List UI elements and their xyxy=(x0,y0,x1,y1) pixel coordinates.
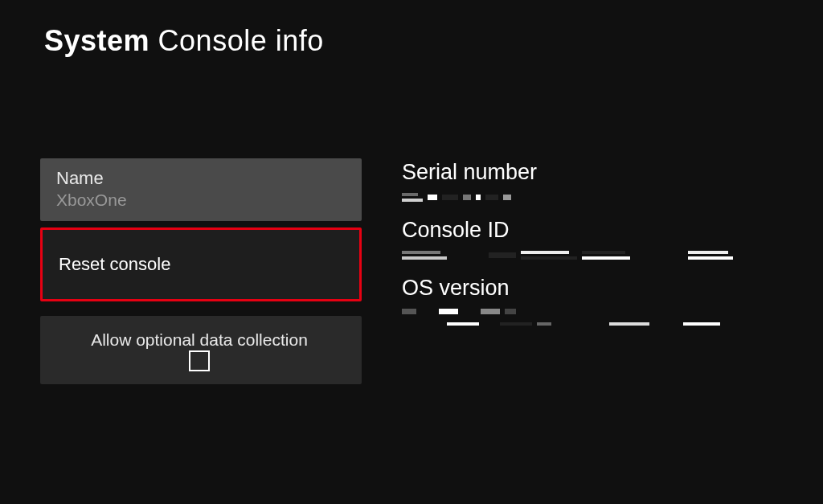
os-version-label: OS version xyxy=(402,276,783,301)
optional-data-tile[interactable]: Allow optional data collection xyxy=(40,316,362,384)
console-id-label: Console ID xyxy=(402,218,783,243)
console-id-block: Console ID xyxy=(402,218,783,264)
breadcrumb-section: System xyxy=(44,24,149,57)
reset-console-tile[interactable]: Reset console xyxy=(40,227,362,301)
breadcrumb-page: Console info xyxy=(158,24,324,57)
console-id-value xyxy=(402,251,783,260)
console-name-value: XboxOne xyxy=(56,191,346,210)
content-area: Name XboxOne Reset console Allow optiona… xyxy=(0,58,823,384)
serial-number-value xyxy=(402,193,783,202)
console-name-tile[interactable]: Name XboxOne xyxy=(40,158,362,221)
optional-data-label: Allow optional data collection xyxy=(91,329,308,350)
page-header: System Console info xyxy=(0,0,823,58)
info-readouts: Serial number Console ID xyxy=(402,158,783,384)
os-version-value xyxy=(402,309,783,326)
console-name-label: Name xyxy=(56,168,346,189)
serial-number-label: Serial number xyxy=(402,160,783,185)
settings-tiles: Name XboxOne Reset console Allow optiona… xyxy=(40,158,362,384)
os-version-block: OS version xyxy=(402,276,783,330)
optional-data-checkbox[interactable] xyxy=(189,350,210,371)
serial-number-block: Serial number xyxy=(402,160,783,207)
breadcrumb: System Console info xyxy=(44,24,783,58)
reset-console-label: Reset console xyxy=(59,254,343,275)
